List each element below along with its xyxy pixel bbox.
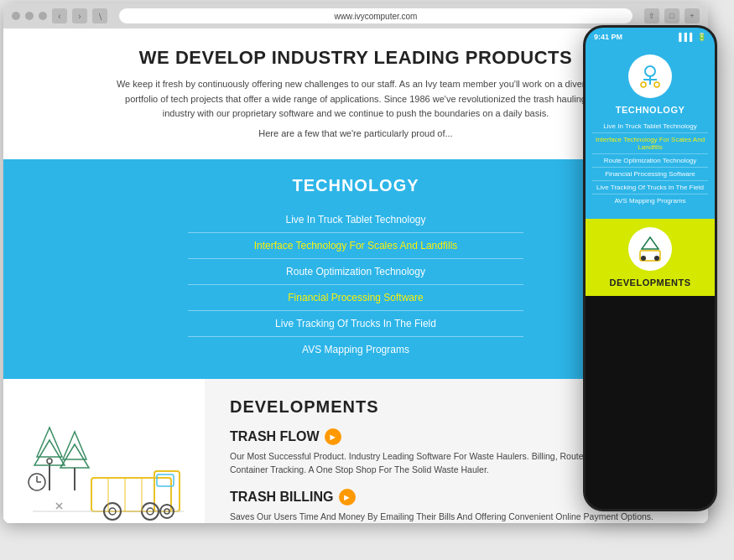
svg-point-25	[645, 66, 655, 76]
svg-marker-2	[37, 428, 62, 457]
tech-list-item[interactable]: Financial Processing Software	[188, 285, 523, 311]
svg-rect-12	[91, 478, 171, 511]
browser-new-tab-btn[interactable]: +	[685, 8, 700, 23]
truck-illustration	[24, 411, 184, 523]
phone-mockup: 9:41 PM ▌▌▌ 🔋 TECHNOLOGY Live In Truck T…	[583, 25, 717, 511]
technology-list: Live In Truck Tablet TechnologyInterface…	[188, 207, 523, 362]
phone-tech-list-item: Interface Technology For Scales And Land…	[592, 133, 708, 154]
phone-dev-section: DEVELOPMENTS	[586, 219, 715, 296]
svg-marker-4	[63, 432, 86, 459]
svg-marker-31	[642, 237, 659, 249]
phone-status-bar: 9:41 PM ▌▌▌ 🔋	[586, 28, 715, 46]
svg-point-33	[654, 256, 659, 261]
phone-tech-list: Live In Truck Tablet TechnologyInterface…	[592, 120, 708, 207]
tech-list-item[interactable]: Route Optimization Technology	[188, 259, 523, 285]
tech-list-item[interactable]: Live In Truck Tablet Technology	[188, 207, 523, 233]
phone-tech-icon	[628, 54, 672, 98]
tech-list-item[interactable]: AVS Mapping Programs	[188, 337, 523, 362]
trash-flow-arrow-icon: ►	[325, 428, 341, 445]
header-subtitle: Here are a few that we're particularly p…	[112, 127, 599, 142]
browser-grid-btn[interactable]: ∖	[92, 8, 107, 23]
phone-tech-list-item: Live Tracking Of Trucks In The Field	[592, 181, 708, 194]
tech-list-item[interactable]: Live Tracking Of Trucks In The Field	[188, 311, 523, 337]
trash-flow-label: TRASH FLOW	[230, 429, 320, 444]
phone-tech-list-item: Live In Truck Tablet Technology	[592, 120, 708, 133]
tech-list-item[interactable]: Interface Technology For Scales And Land…	[188, 233, 523, 259]
svg-point-32	[641, 256, 646, 261]
browser-bookmark-btn[interactable]: □	[664, 8, 679, 23]
phone-dev-icon	[628, 227, 672, 271]
header-description: We keep it fresh by continuously offerin…	[112, 77, 599, 122]
trash-billing-label: TRASH BILLING	[230, 490, 334, 505]
trash-billing-arrow-icon: ►	[339, 489, 356, 506]
phone-tech-list-item: Financial Processing Software	[592, 168, 708, 181]
svg-point-29	[654, 82, 659, 87]
phone-tech-section: TECHNOLOGY Live In Truck Tablet Technolo…	[586, 46, 715, 219]
phone-tech-list-item: Route Optimization Technology	[592, 154, 708, 168]
url-bar[interactable]: www.ivycomputer.com	[119, 8, 632, 23]
technology-title: TECHNOLOGY	[292, 176, 419, 195]
phone-tech-title: TECHNOLOGY	[616, 105, 685, 115]
phone-signal: ▌▌▌ 🔋	[679, 33, 706, 41]
illustration-area	[3, 379, 205, 523]
phone-dev-title: DEVELOPMENTS	[609, 277, 690, 288]
browser-back-btn[interactable]: ‹	[52, 8, 67, 23]
trash-billing-description: Saves Our Users Time And Money By Emaili…	[230, 511, 683, 523]
browser-minimize-btn[interactable]	[25, 12, 34, 20]
browser-forward-btn[interactable]: ›	[72, 8, 87, 23]
svg-point-28	[641, 82, 646, 87]
browser-maximize-btn[interactable]	[39, 12, 47, 20]
svg-point-0	[47, 459, 52, 464]
browser-share-btn[interactable]: ⇧	[644, 8, 659, 23]
phone-tech-list-item: AVS Mapping Programs	[592, 194, 708, 207]
page-title: WE DEVELOP INDUSTRY LEADING PRODUCTS	[37, 47, 674, 69]
phone-time: 9:41 PM	[594, 33, 622, 41]
browser-close-btn[interactable]	[12, 12, 20, 20]
url-text: www.ivycomputer.com	[335, 12, 418, 21]
